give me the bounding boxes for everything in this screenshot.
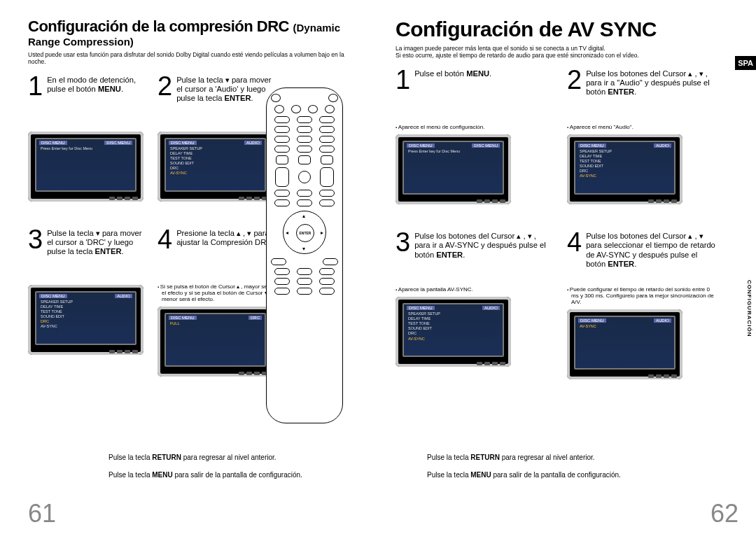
remote-button bbox=[276, 155, 288, 164]
remote-button bbox=[291, 105, 301, 113]
remote-button bbox=[319, 268, 335, 275]
manual-spread: Configuración de la compresión DRC (Dyna… bbox=[0, 0, 756, 534]
remote-button bbox=[274, 278, 290, 285]
language-tab: SPA bbox=[735, 56, 756, 70]
page-number-62: 62 bbox=[710, 499, 738, 528]
tv-mockup: DISC MENUDISC MENUPress Enter key for Di… bbox=[28, 132, 144, 202]
remote-button bbox=[297, 190, 312, 197]
step-text: Pulse la tecla ▾ para mover el cursor a … bbox=[176, 73, 276, 104]
page-62-title: Configuración de AV SYNC bbox=[396, 17, 738, 41]
page-61-title: Configuración de la compresión DRC (Dyna… bbox=[28, 17, 371, 48]
step-text: Pulse la tecla ▾ para mover el cursor a … bbox=[47, 226, 147, 257]
remote-button bbox=[274, 116, 290, 123]
remote-button bbox=[297, 126, 312, 133]
step-number: 2 bbox=[158, 73, 172, 99]
steps-grid-right: 1 Pulse el botón MENU. Aparece el menú d… bbox=[396, 66, 738, 380]
remote-button bbox=[274, 288, 290, 295]
remote-button bbox=[319, 278, 335, 285]
page-61-intro: Usted puede usar esta función para disfr… bbox=[28, 52, 357, 66]
remote-button bbox=[319, 146, 335, 153]
remote-button bbox=[274, 268, 290, 275]
tv-mockup: DISC MENUAUDIO SPEAKER SETUPDELAY TIMETE… bbox=[396, 297, 511, 367]
remote-button bbox=[297, 136, 312, 143]
remote-button bbox=[328, 94, 338, 102]
remote-button bbox=[297, 146, 312, 153]
step-3: 3 Pulse los botones del Cursor ▴ , ▾ , p… bbox=[396, 229, 546, 380]
remote-button bbox=[319, 190, 335, 197]
remote-button bbox=[321, 155, 333, 164]
remote-button bbox=[274, 146, 290, 153]
remote-dpad: ▴ ▾ ◂ ▸ ENTER bbox=[283, 211, 326, 254]
page-62-intro: La imagen puede parecer más lenta que el… bbox=[396, 45, 724, 59]
remote-button bbox=[325, 105, 335, 113]
step-4: 4 Presione la tecla ▴ , ▾ para ajustar l… bbox=[158, 226, 276, 377]
remote-return bbox=[271, 258, 286, 265]
step-1: 1 En el modo de detención, pulse el botó… bbox=[28, 73, 147, 202]
remote-button bbox=[274, 105, 284, 113]
remote-button bbox=[319, 136, 335, 143]
section-tab: CONFIGURACIÓN bbox=[746, 280, 752, 337]
remote-enter: ENTER bbox=[296, 224, 314, 242]
remote-button bbox=[308, 105, 318, 113]
footer-notes-right: Pulse la tecla RETURN para regresar al n… bbox=[427, 454, 735, 489]
remote-button bbox=[297, 116, 312, 123]
tv-mockup: DISC MENUAUDIO AV-SYNC bbox=[567, 309, 682, 379]
tv-mockup: DISC MENUAUDIO SPEAKER SETUPDELAY TIMETE… bbox=[567, 134, 682, 204]
step-4: 4 Pulse los botones del Cursor ▴ , ▾ par… bbox=[567, 229, 718, 380]
step-text: En el modo de detención, pulse el botón … bbox=[47, 73, 147, 94]
remote-button bbox=[323, 258, 338, 265]
page-62: Configuración de AV SYNC La imagen puede… bbox=[378, 0, 756, 534]
step-3: 3 Pulse la tecla ▾ para mover el cursor … bbox=[28, 226, 147, 377]
remote-button bbox=[319, 116, 335, 123]
remote-button bbox=[274, 190, 290, 197]
remote-channel bbox=[320, 167, 334, 187]
step-note: Si se pulsa el botón de Cursor ▴ , mayor… bbox=[158, 283, 276, 303]
remote-button bbox=[297, 288, 312, 295]
remote-button bbox=[319, 288, 335, 295]
remote-button bbox=[271, 94, 281, 102]
footer-notes-left: Pulse la tecla RETURN para regresar al n… bbox=[108, 454, 357, 489]
page-61: Configuración de la compresión DRC (Dyna… bbox=[0, 0, 378, 534]
step-text: Presione la tecla ▴ , ▾ para ajustar la … bbox=[176, 226, 276, 248]
remote-mute bbox=[298, 171, 311, 183]
remote-button bbox=[274, 136, 290, 143]
page-number-61: 61 bbox=[28, 499, 56, 528]
tv-mockup: DISC MENUDRC FULL bbox=[158, 307, 273, 377]
remote-button bbox=[297, 199, 312, 206]
remote-button bbox=[319, 199, 335, 206]
step-number: 1 bbox=[28, 73, 43, 99]
remote-control: ▴ ▾ ◂ ▸ ENTER bbox=[266, 87, 343, 423]
tv-mockup: DISC MENUAUDIO SPEAKER SETUP DELAY TIME … bbox=[28, 285, 144, 355]
step-2: 2 Pulse los botones del Cursor ▴ , ▾ , p… bbox=[567, 66, 718, 204]
step-number: 3 bbox=[28, 226, 43, 253]
step-2: 2 Pulse la tecla ▾ para mover el cursor … bbox=[158, 73, 276, 202]
step-number: 4 bbox=[158, 226, 172, 253]
step-1: 1 Pulse el botón MENU. Aparece el menú d… bbox=[396, 66, 546, 204]
remote-volume bbox=[275, 167, 289, 187]
remote-button bbox=[274, 199, 290, 206]
remote-button bbox=[274, 126, 290, 133]
remote-button bbox=[297, 268, 312, 275]
remote-button bbox=[319, 126, 335, 133]
remote-button bbox=[297, 278, 312, 285]
remote-button bbox=[298, 155, 311, 164]
tv-mockup: DISC MENUAUDIO SPEAKER SETUP DELAY TIME … bbox=[158, 132, 273, 202]
tv-mockup: DISC MENUDISC MENUPress Enter key for Di… bbox=[396, 134, 511, 204]
